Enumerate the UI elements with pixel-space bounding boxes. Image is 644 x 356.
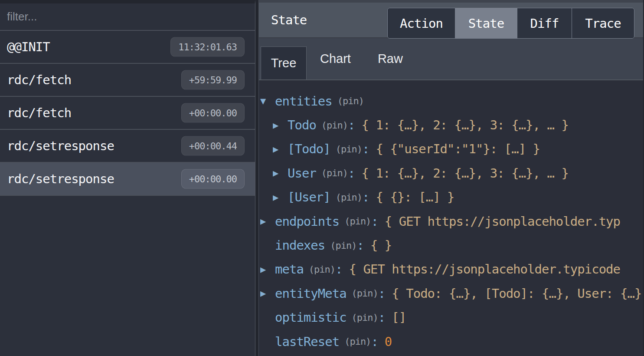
action-row-setresponse-2-selected[interactable]: rdc/setresponse +00:00.00: [0, 163, 255, 196]
key-colon: :: [378, 310, 385, 325]
collapsed-arrow-icon[interactable]: ▶: [273, 120, 288, 131]
key-colon: :: [371, 214, 378, 229]
pin-button[interactable]: (pin): [321, 120, 348, 131]
action-time-badge: +59:59.99: [181, 70, 245, 90]
tree-key[interactable]: Todo: [288, 118, 316, 132]
tree-row-todo-index[interactable]: ▶ [Todo] (pin) : { {"userId":"1"}: […] }: [273, 137, 643, 161]
inspector-title: State: [271, 3, 307, 37]
filter-input[interactable]: [0, 3, 255, 30]
action-row-fetch-1[interactable]: rdc/fetch +59:59.99: [0, 64, 255, 97]
key-colon: :: [371, 334, 378, 349]
key-colon: :: [348, 118, 355, 132]
tree-row-todo[interactable]: ▶ Todo (pin) : { 1: {…}, 2: {…}, 3: {…},…: [273, 113, 643, 137]
tab-action[interactable]: Action: [388, 8, 455, 38]
value-preview: { {"userId":"1"}: […] }: [376, 142, 540, 156]
tree-row-lastreset[interactable]: lastReset (pin) : 0: [260, 330, 643, 353]
value-preview: { GET https://jsonplaceholder.typ: [385, 214, 620, 229]
collapsed-arrow-icon[interactable]: ▶: [260, 264, 275, 275]
collapsed-arrow-icon[interactable]: ▶: [260, 288, 275, 299]
tab-diff[interactable]: Diff: [517, 8, 572, 38]
state-subtab-bar: Tree Chart Raw: [259, 38, 643, 80]
action-name: rdc/setresponse: [7, 138, 114, 153]
inspector-tab-group: Action State Diff Trace: [387, 8, 634, 39]
tree-row-user-index[interactable]: ▶ [User] (pin) : { {}: […] }: [273, 185, 643, 209]
key-colon: :: [348, 166, 355, 181]
action-row-fetch-2[interactable]: rdc/fetch +00:00.00: [0, 97, 255, 130]
pin-button[interactable]: (pin): [330, 240, 356, 251]
action-time-badge: +00:00.44: [181, 136, 245, 156]
tree-key[interactable]: lastReset: [275, 334, 339, 349]
collapsed-arrow-icon[interactable]: ▶: [260, 216, 275, 227]
tree-row-endpoints[interactable]: ▶ endpoints (pin) : { GET https://jsonpl…: [260, 209, 643, 233]
tree-row-entities[interactable]: ▼ entities (pin): [260, 89, 643, 113]
pin-button[interactable]: (pin): [336, 144, 362, 155]
key-colon: :: [362, 142, 369, 156]
tree-key[interactable]: User: [288, 166, 316, 181]
subtab-tree[interactable]: Tree: [261, 46, 307, 79]
collapsed-arrow-icon[interactable]: ▶: [273, 192, 288, 203]
tree-row-indexes[interactable]: indexes (pin) : { }: [260, 233, 643, 257]
pin-button[interactable]: (pin): [336, 192, 362, 203]
action-time-badge: +00:00.00: [181, 169, 245, 189]
action-name: rdc/setresponse: [7, 171, 114, 186]
tree-key[interactable]: [Todo]: [288, 142, 330, 156]
inspector-panel: State Action State Diff Trace Tree Chart…: [258, 0, 644, 356]
value-preview: []: [392, 310, 406, 325]
tree-key[interactable]: [User]: [288, 190, 330, 204]
pin-button[interactable]: (pin): [321, 168, 348, 178]
collapsed-arrow-icon[interactable]: ▶: [273, 168, 288, 178]
action-time-badge: +00:00.00: [181, 103, 245, 123]
tree-key[interactable]: entityMeta: [275, 286, 347, 301]
subtab-chart[interactable]: Chart: [307, 38, 364, 79]
pin-button[interactable]: (pin): [337, 96, 364, 106]
filter-row: [0, 3, 255, 31]
action-name: @@INIT: [7, 40, 50, 54]
value-preview-number: 0: [385, 334, 392, 349]
tab-trace[interactable]: Trace: [572, 8, 634, 38]
pin-button[interactable]: (pin): [344, 336, 371, 347]
tab-state[interactable]: State: [455, 8, 517, 38]
expanded-arrow-icon[interactable]: ▼: [260, 96, 275, 106]
tree-key[interactable]: endpoints: [275, 214, 339, 229]
panel-resizer-handle[interactable]: [255, 0, 258, 356]
pin-button[interactable]: (pin): [352, 288, 378, 299]
value-preview: { GET https://jsonplaceholder.typicode: [349, 262, 620, 277]
key-colon: :: [362, 190, 369, 204]
tree-row-meta[interactable]: ▶ meta (pin) : { GET https://jsonplaceho…: [260, 257, 643, 281]
tree-key[interactable]: meta: [275, 262, 304, 277]
inspector-header: State Action State Diff Trace: [259, 0, 643, 38]
value-preview: { Todo: {…}, [Todo]: {…}, User: {…}: [392, 286, 641, 301]
pin-button[interactable]: (pin): [344, 216, 371, 227]
state-tree-view: ▼ entities (pin) ▶ Todo (pin) : { 1: {…}…: [259, 80, 643, 356]
key-colon: :: [356, 238, 363, 253]
value-preview: { 1: {…}, 2: {…}, 3: {…}, … }: [362, 118, 569, 132]
action-row-init[interactable]: @@INIT 11:32:01.63: [0, 31, 255, 64]
action-time-badge: 11:32:01.63: [170, 37, 245, 57]
tree-row-optimistic[interactable]: optimistic (pin) : []: [260, 306, 643, 330]
value-preview: { }: [370, 238, 392, 253]
value-preview: { {}: […] }: [376, 190, 454, 204]
tree-key[interactable]: optimistic: [275, 310, 347, 325]
tree-row-entitymeta[interactable]: ▶ entityMeta (pin) : { Todo: {…}, [Todo]…: [260, 281, 643, 305]
tree-row-user[interactable]: ▶ User (pin) : { 1: {…}, 2: {…}, 3: {…},…: [273, 161, 643, 185]
action-list-panel: @@INIT 11:32:01.63 rdc/fetch +59:59.99 r…: [0, 0, 255, 356]
tree-key[interactable]: entities: [275, 94, 332, 109]
action-row-setresponse-1[interactable]: rdc/setresponse +00:00.44: [0, 130, 255, 163]
value-preview: { 1: {…}, 2: {…}, 3: {…}, … }: [362, 166, 569, 181]
key-colon: :: [378, 286, 385, 301]
collapsed-arrow-icon[interactable]: ▶: [273, 144, 288, 155]
action-name: rdc/fetch: [7, 73, 71, 87]
subtab-raw[interactable]: Raw: [364, 38, 416, 79]
pin-button[interactable]: (pin): [352, 312, 378, 323]
key-colon: :: [335, 262, 342, 277]
tree-key[interactable]: indexes: [275, 238, 325, 253]
pin-button[interactable]: (pin): [309, 264, 335, 275]
action-name: rdc/fetch: [7, 105, 71, 120]
